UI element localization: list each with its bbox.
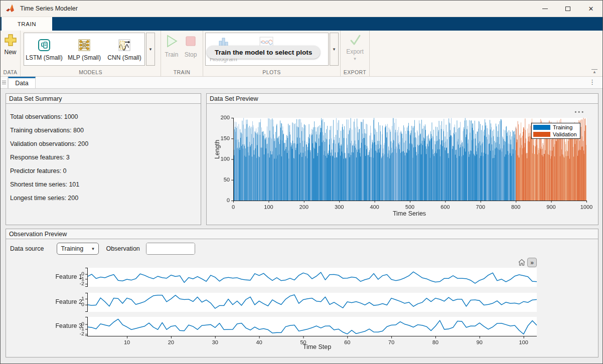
ribbon-tab-band: TRAIN <box>1 17 602 31</box>
titlebar: Time Series Modeler ✕ <box>1 1 602 17</box>
tab-overflow-menu-button[interactable]: ⋮ <box>589 78 595 86</box>
stop-icon <box>183 34 198 49</box>
ribbon-section-data: New DATA <box>1 31 21 76</box>
train-button-label: Train <box>165 51 179 58</box>
cnn-icon <box>117 38 132 53</box>
toolbar-expand-button[interactable]: » <box>527 258 537 267</box>
chart-legend: Training Validation <box>531 123 580 139</box>
summary-item: Total observations: 1000 <box>10 110 201 124</box>
chevron-down-icon: ▼ <box>148 47 153 52</box>
collapse-ribbon-button[interactable]: ▲ <box>591 69 597 74</box>
axes-toolbar: » <box>517 258 537 267</box>
matlab-logo-icon <box>6 4 16 13</box>
maximize-button[interactable] <box>556 1 579 17</box>
new-button[interactable]: New <box>1 34 20 56</box>
minimize-button[interactable] <box>533 1 556 17</box>
export-button-label: Export <box>346 48 364 55</box>
summary-item: Training observations: 800 <box>10 124 201 137</box>
mlp-icon <box>77 38 92 53</box>
plots-gallery-dropdown-button[interactable]: ▼ <box>330 33 339 66</box>
plots-gallery: Histogram Train the model to select plot… <box>205 33 329 66</box>
close-icon: ✕ <box>588 6 594 12</box>
summary-list: Total observations: 1000 Training observ… <box>6 104 201 205</box>
double-chevron-right-icon: » <box>530 259 534 266</box>
summary-item: Response features: 3 <box>10 151 201 164</box>
axes-options-button[interactable]: ••• <box>574 109 585 115</box>
minimize-icon <box>542 9 548 9</box>
model-cnn-button[interactable]: CNN (Small) <box>104 38 144 61</box>
summary-item: Predictor features: 0 <box>10 164 201 178</box>
summary-item: Longest time series: 200 <box>10 192 201 205</box>
ribbon: New DATA LSTM (Small) <box>1 31 602 77</box>
home-icon <box>518 259 526 266</box>
model-mlp-label: MLP (Small) <box>68 54 101 61</box>
models-section-label: MODELS <box>21 69 161 75</box>
ribbon-section-train: Train Stop TRAIN <box>161 31 203 76</box>
export-section-label: EXPORT <box>341 69 369 75</box>
ribbon-filler: ▲ <box>370 31 602 76</box>
y-axis-label: Length <box>214 140 221 159</box>
model-lstm-button[interactable]: LSTM (Small) <box>24 38 64 61</box>
feature-2-label: Feature 2 <box>6 298 82 305</box>
models-gallery-dropdown-button[interactable]: ▼ <box>146 33 155 66</box>
ribbon-section-export: Export ▼ EXPORT <box>341 31 370 76</box>
preview-panel-title: Data Set Preview <box>207 94 598 104</box>
ribbon-section-models: LSTM (Small) <box>21 31 161 76</box>
stop-button-label: Stop <box>185 51 197 58</box>
dataset-preview-chart <box>207 104 598 225</box>
document-tabstrip: Data ⋮ <box>1 77 602 89</box>
app-window: Time Series Modeler ✕ TRAIN New DATA <box>0 0 603 364</box>
plots-section-label: PLOTS <box>203 69 340 75</box>
train-section-label: TRAIN <box>161 69 203 75</box>
legend-label-training: Training <box>553 124 572 130</box>
train-button[interactable]: Train <box>162 34 181 58</box>
plots-disabled-tooltip: Train the model to select plots <box>207 46 320 59</box>
restore-view-button[interactable] <box>517 258 526 267</box>
close-button[interactable]: ✕ <box>579 1 602 17</box>
models-gallery: LSTM (Small) <box>24 33 145 66</box>
check-icon <box>348 34 362 47</box>
export-button[interactable]: Export ▼ <box>341 34 369 61</box>
stop-button[interactable]: Stop <box>181 34 200 58</box>
legend-swatch-training <box>533 125 550 130</box>
model-cnn-label: CNN (Small) <box>107 54 141 61</box>
new-button-label: New <box>4 49 16 56</box>
play-icon <box>164 34 179 49</box>
feature-3-label: Feature 3 <box>6 322 82 329</box>
chevron-down-icon: ▼ <box>332 47 336 52</box>
lstm-icon <box>37 38 52 53</box>
legend-swatch-validation <box>533 132 550 137</box>
data-set-summary-panel: Data Set Summary Total observations: 100… <box>6 93 201 225</box>
ribbon-section-plots: Histogram Train the model to select plot… <box>203 31 341 76</box>
data-section-label: DATA <box>1 69 20 75</box>
model-mlp-button[interactable]: MLP (Small) <box>64 38 104 61</box>
observation-panel-title: Observation Preview <box>6 229 598 239</box>
window-title: Time Series Modeler <box>20 5 78 12</box>
tab-train[interactable]: TRAIN <box>2 17 52 31</box>
collapse-ribbon-icon: ▲ <box>592 70 596 74</box>
summary-panel-title: Data Set Summary <box>6 94 201 104</box>
observation-preview-chart <box>6 239 598 357</box>
x-axis-label: Time Series <box>233 210 586 217</box>
summary-item: Shortest time series: 101 <box>10 178 201 192</box>
time-step-axis-label: Time Step <box>287 343 347 350</box>
summary-item: Validation observations: 200 <box>10 137 201 151</box>
tab-data[interactable]: Data <box>8 77 36 88</box>
maximize-icon <box>565 7 570 11</box>
chevron-down-icon: ▼ <box>353 57 357 61</box>
model-lstm-label: LSTM (Small) <box>26 54 62 61</box>
observation-preview-panel: Observation Preview Data source Training… <box>6 229 598 357</box>
feature-1-label: Feature 1 <box>6 273 82 280</box>
panel-toggle-button[interactable] <box>1 77 8 88</box>
legend-label-validation: Validation <box>553 131 577 137</box>
plus-icon <box>4 34 17 47</box>
data-set-preview-panel: Data Set Preview ••• Training Validation… <box>206 93 598 225</box>
